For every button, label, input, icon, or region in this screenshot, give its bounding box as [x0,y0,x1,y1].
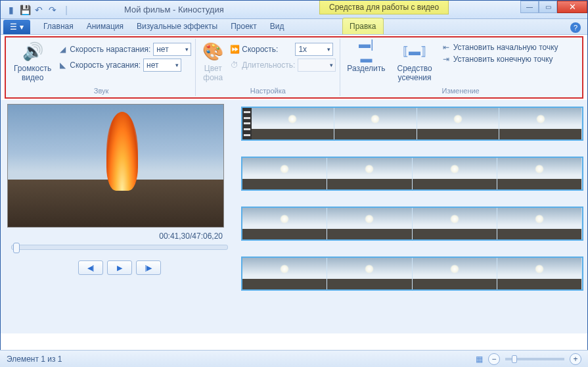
volume-label: Громкость видео [14,64,51,83]
trim-label: Средство усечения [397,64,432,83]
speed-label: Скорость: [242,45,278,54]
status-bar: Элемент 1 из 1 ▦ − + [0,350,588,367]
fade-out-combo[interactable]: нет [143,59,181,72]
playback-controls: ◀| ▶ |▶ [5,260,235,275]
tab-effects[interactable]: Визуальные эффекты [130,18,224,34]
clip-item[interactable] [241,107,583,141]
zoom-out-button[interactable]: − [488,353,500,365]
zoom-slider[interactable] [505,358,564,360]
content-area: 00:41,30/47:06,20 ◀| ▶ |▶ [1,100,587,333]
preview-panel: 00:41,30/47:06,20 ◀| ▶ |▶ [5,104,235,330]
speed-icon: ⏩ [230,45,239,54]
clip-item[interactable] [241,257,583,291]
fade-in-label: Скорость нарастания: [70,45,150,54]
chevron-down-icon: ▾ [20,22,24,32]
split-label: Разделить [347,64,385,73]
save-icon[interactable]: 💾 [20,5,30,15]
timecode-display: 00:41,30/47:06,20 [5,228,235,241]
contextual-tab-label: Средства для работы с видео [319,1,449,14]
tab-main[interactable]: Главная [37,18,80,34]
trim-icon: ⟦▬⟧ [404,41,425,62]
play-button[interactable]: ▶ [107,260,132,275]
help-icon[interactable]: ? [570,22,581,33]
zoom-in-button[interactable]: + [570,353,581,365]
tab-view[interactable]: Вид [263,18,291,34]
app-menu-button[interactable]: ☰▾ [3,20,30,34]
zoom-thumb[interactable] [512,355,517,363]
clip-item[interactable] [241,157,583,191]
group-sound: 🔊 Громкость видео ◢ Скорость нарастания:… [7,39,196,96]
duration-combo [298,59,336,72]
set-end-label: Установить конечную точку [453,55,553,64]
fade-out-icon: ◣ [58,61,67,70]
group-label-sound: Звук [11,87,191,95]
ribbon-toolbar: 🔊 Громкость видео ◢ Скорость нарастания:… [5,36,583,99]
next-frame-button[interactable]: |▶ [136,260,161,275]
redo-icon[interactable]: ↷ [47,5,58,15]
undo-icon[interactable]: ↶ [34,5,44,15]
trim-button[interactable]: ⟦▬⟧ Средство усечения [394,40,434,84]
video-preview[interactable] [7,104,224,228]
group-label-edit: Изменение [344,87,577,95]
duration-label: Длительность: [242,61,295,70]
set-start-label: Установить начальную точку [453,43,558,52]
status-text: Элемент 1 из 1 [7,355,62,364]
fade-in-icon: ◢ [58,45,67,54]
bgcolor-button[interactable]: 🎨 Цвет фона [200,40,226,84]
end-point-icon: ⇥ [441,55,451,64]
tab-animation[interactable]: Анимация [80,18,130,34]
tab-project[interactable]: Проект [224,18,263,34]
scrub-thumb[interactable] [13,243,20,253]
bgcolor-label: Цвет фона [203,64,223,83]
group-adjust: 🎨 Цвет фона ⏩ Скорость: 1x ⏱ Длительност… [196,39,340,96]
group-edit: ▬|▬ Разделить ⟦▬⟧ Средство усечения ⇤ Ус… [340,39,581,96]
set-end-button[interactable]: ⇥ Установить конечную точку [441,55,558,64]
divider: | [61,5,72,15]
view-icon[interactable]: ▦ [476,355,483,364]
minimize-button[interactable]: — [520,1,539,13]
ribbon-tab-strip: ☰▾ Главная Анимация Визуальные эффекты П… [1,19,587,35]
paint-icon: 🎨 [202,41,223,62]
speaker-icon: 🔊 [22,41,43,62]
clip-item[interactable] [241,207,583,241]
volume-button[interactable]: 🔊 Громкость видео [11,40,54,84]
timeline-panel[interactable] [241,104,583,330]
quick-access-toolbar: ▮ 💾 ↶ ↷ | [1,5,72,15]
speed-combo[interactable]: 1x [295,43,333,56]
prev-frame-button[interactable]: ◀| [78,260,103,275]
menu-icon: ☰ [10,22,17,32]
window-title: Мой фильм - Киностудия [124,5,224,14]
title-bar: ▮ 💾 ↶ ↷ | Мой фильм - Киностудия Средств… [1,1,587,19]
window-buttons: — ▭ ✕ [520,1,587,13]
maximize-button[interactable]: ▭ [539,1,557,13]
app-icon: ▮ [6,5,16,15]
start-point-icon: ⇤ [441,43,451,52]
tab-edit[interactable]: Правка [342,18,384,34]
close-button[interactable]: ✕ [557,1,587,13]
split-icon: ▬|▬ [355,41,376,62]
group-label-adjust: Настройка [200,87,336,95]
fade-out-label: Скорость угасания: [70,61,141,70]
split-button[interactable]: ▬|▬ Разделить [344,40,388,84]
fade-in-combo[interactable]: нет [153,43,191,56]
duration-icon: ⏱ [230,61,239,70]
scrub-bar[interactable] [11,245,228,250]
set-start-button[interactable]: ⇤ Установить начальную точку [441,43,558,52]
